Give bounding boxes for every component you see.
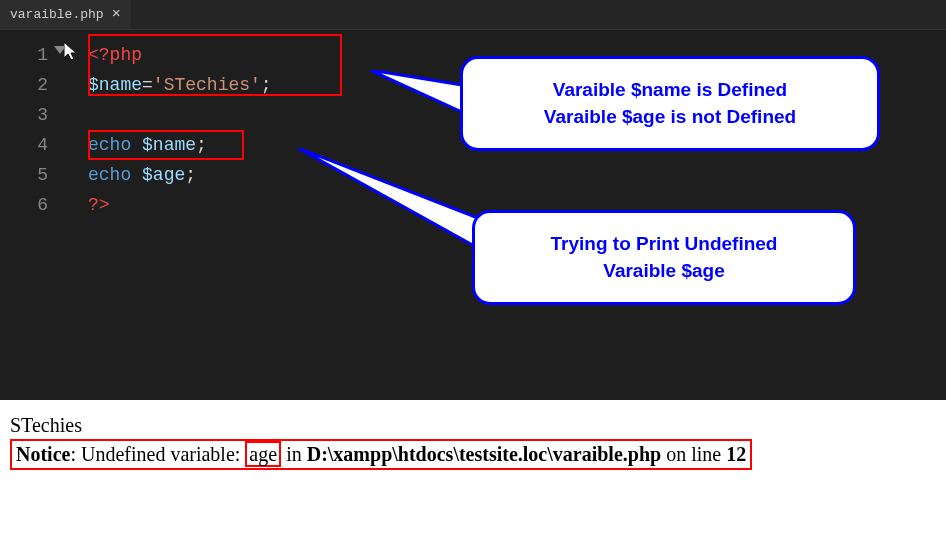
code-line: echo $age; — [88, 160, 272, 190]
tab-filename: varaible.php — [10, 7, 104, 22]
file-path: D:\xampp\htdocs\testsite.loc\varaible.ph… — [307, 443, 661, 465]
cursor-icon — [64, 42, 80, 62]
output-text: STechies — [10, 414, 936, 437]
callout-text: Trying to Print Undefined — [495, 231, 833, 258]
code-line — [88, 100, 272, 130]
line-gutter: 1 2 3 4 5 6 — [0, 40, 58, 220]
browser-output: STechies Notice: Undefined variable: age… — [0, 400, 946, 500]
callout-text: Varaible $age — [495, 258, 833, 285]
callout-tail — [370, 70, 470, 120]
gutter-line: 3 — [0, 100, 48, 130]
notice-message: Notice: Undefined variable: age in D:\xa… — [10, 439, 752, 470]
annotation-callout: Trying to Print Undefined Varaible $age — [472, 210, 856, 305]
highlight-box — [88, 34, 342, 96]
callout-text: Varaible $name is Defined — [483, 77, 857, 104]
callout-tail — [298, 148, 483, 253]
notice-label: Notice — [16, 443, 70, 465]
gutter-line: 2 — [0, 70, 48, 100]
age-highlight: age — [245, 441, 281, 467]
close-icon[interactable]: × — [112, 6, 121, 23]
line-number: 12 — [726, 443, 746, 465]
callout-text: Varaible $age is not Defined — [483, 104, 857, 131]
gutter-line: 4 — [0, 130, 48, 160]
gutter-line: 6 — [0, 190, 48, 220]
gutter-line: 1 — [0, 40, 48, 70]
highlight-box — [88, 130, 244, 160]
code-editor: varaible.php × 1 2 3 4 5 6 <?php $name='… — [0, 0, 946, 400]
code-line: ?> — [88, 190, 272, 220]
annotation-callout: Varaible $name is Defined Varaible $age … — [460, 56, 880, 151]
tab-bar: varaible.php × — [0, 0, 946, 30]
gutter-line: 5 — [0, 160, 48, 190]
file-tab[interactable]: varaible.php × — [0, 0, 131, 29]
